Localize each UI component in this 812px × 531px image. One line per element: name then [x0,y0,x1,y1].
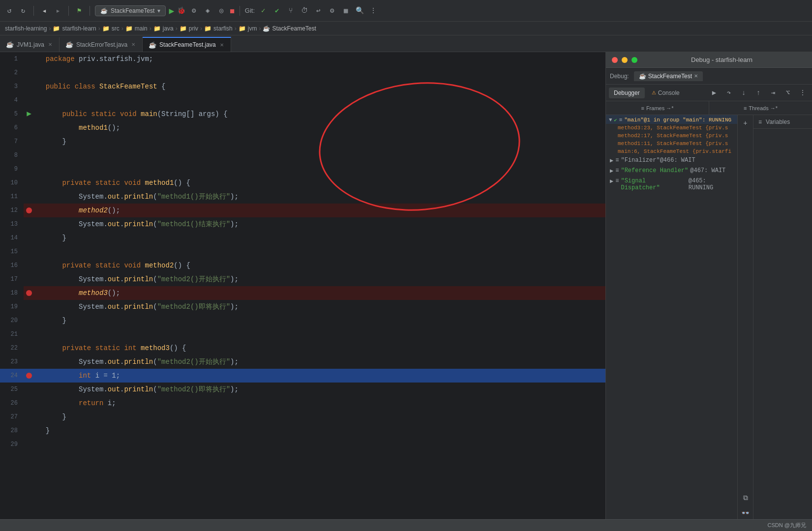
frame-method1[interactable]: method1:11, StackFeameTest {priv.s [606,140,737,148]
threads-icon: ≡ [744,105,747,111]
breadcrumb-folder-2: 📁 [102,25,110,32]
tab-close-stackfeame[interactable]: ✕ [219,42,225,48]
forward-nav-icon[interactable]: ▸ [53,5,63,16]
code-line-10: 10 private static void method1() { [0,176,605,190]
thread-refhandler-expand: ▶ [610,167,613,175]
profile-icon[interactable]: ◈ [202,5,213,16]
code-line-20: 20 } [0,314,605,327]
line-num-29: 29 [0,438,24,451]
frame-method2[interactable]: method2:17, StackFeameTest {priv.s [606,132,737,140]
frame-method3[interactable]: method3:23, StackFeameTest {priv.s [606,124,737,132]
variables-label: Variables [766,118,790,125]
git-undo-icon[interactable]: ↩ [313,5,324,16]
refresh-icon[interactable]: ↺ [4,5,15,16]
debug-main-content: ▼ ✔ ≡ "main"@1 in group "main": RUNNING … [606,115,812,519]
tab-jvm1[interactable]: ☕ JVM1.java ✕ [0,37,60,52]
tab-close-jvm1[interactable]: ✕ [47,41,53,48]
git-check-icon[interactable]: ✔ [271,5,282,16]
code-line-11: 11 System.out.println("method1()开始执行"); [0,190,605,204]
breadcrumb-file: ☕ [263,25,270,32]
settings-icon[interactable]: ⚙ [327,5,337,16]
run-button[interactable]: ▶ [169,5,174,16]
breadcrumb-folder-5: 📁 [180,25,187,32]
coverage-icon[interactable]: ⚙ [188,5,199,16]
run-config-selector[interactable]: ☕ StackFeameTest ▾ [95,5,166,16]
code-content: 1 package priv.starfish.jvm; 2 3 public … [0,52,605,451]
code-line-18: 18 method3(); [0,286,605,300]
code-line-5: 5 ▶ public static void main(String[] arg… [0,107,605,121]
copy-icon[interactable]: ⧉ [739,492,752,504]
toolbar-divider-4 [240,6,240,16]
line-code-11: System.out.println("method1()开始执行"); [34,190,605,204]
debug-tab-console[interactable]: ⚠ Console [647,88,685,98]
line-num-26: 26 [0,396,24,410]
tab-close-stackerror[interactable]: ✕ [130,41,136,48]
toolbar-divider-3 [90,6,90,16]
debug-session-tab[interactable]: ☕ StackFeameTest ✕ [634,71,703,81]
git-label: Git: [245,7,255,14]
thread-sigdispatch-status: @465: RUNNING [689,177,733,191]
line-code-28: } [34,424,605,438]
frames-threads-bar: ≡ Frames →* ≡ Threads →* [606,101,812,115]
code-line-6: 6 method1(); [0,121,605,135]
stop-button[interactable]: ◼ [230,6,235,16]
line-code-17: System.out.println("method2()开始执行"); [34,272,605,286]
bookmark-icon[interactable]: ⚑ [74,5,85,16]
step-out-btn[interactable]: ↑ [752,87,765,99]
evaluate-btn[interactable]: ⌥ [782,87,794,99]
traffic-light-green[interactable] [632,57,637,63]
glasses-icon[interactable]: 👓 [739,506,752,519]
repo-icon[interactable]: ▦ [340,5,351,16]
thread-main-header[interactable]: ▼ ✔ ≡ "main"@1 in group "main": RUNNING [606,115,737,124]
debug-session-close[interactable]: ✕ [694,73,698,79]
line-code-12: method2(); [34,204,605,217]
thread-refhandler[interactable]: ▶ ≡ "Reference Handler" @467: WAIT [606,166,737,176]
code-line-22: 22 private static int method3() { [0,341,605,355]
add-watch-icon[interactable]: + [739,117,752,130]
line-num-23: 23 [0,355,24,369]
thread-finalizer-name: "Finalizer"@466: WAIT [621,157,695,164]
line-num-8: 8 [0,148,24,162]
find-icon[interactable]: 🔍 [354,5,365,16]
tab-stackerror[interactable]: ☕ StackErrorTest.java ✕ [60,37,143,52]
breadcrumb: starfish-learning › 📁 starfish-learn › 📁… [0,22,812,35]
threads-button[interactable]: ≡ Threads →* [709,101,812,115]
frame-main[interactable]: main:6, StackFeameTest {priv.starfi [606,148,737,155]
debug-button[interactable]: 🐞 [177,6,185,15]
thread-sigdispatch[interactable]: ▶ ≡ "Signal Dispatcher" @465: RUNNING [606,176,737,193]
git-history-icon[interactable]: ⏱ [299,5,310,16]
git-update-icon[interactable]: ✓ [258,5,269,16]
thread-finalizer[interactable]: ▶ ≡ "Finalizer"@466: WAIT [606,155,737,166]
run-to-cursor-btn[interactable]: ⇥ [767,87,780,99]
breadcrumb-sep-1: › [49,25,51,32]
more-icon[interactable]: ⋮ [368,5,379,16]
traffic-light-red[interactable] [612,57,618,63]
tab-label-stackfeame: StackFeameTest.java [159,41,216,48]
breadcrumb-java: java [163,25,174,32]
code-line-9: 9 [0,162,605,176]
tab-stackfeame[interactable]: ☕ StackFeameTest.java ✕ [143,37,231,52]
resume-btn[interactable]: ▶ [708,87,721,99]
line-num-17: 17 [0,272,24,286]
line-num-24: 24 [0,369,24,383]
forward-icon[interactable]: ↻ [18,5,29,16]
traffic-light-yellow[interactable] [622,57,628,63]
breadcrumb-starfish: starfish [213,25,233,32]
back-nav-icon[interactable]: ◂ [39,5,50,16]
step-into-btn[interactable]: ↓ [737,87,750,99]
code-line-25: 25 System.out.println("method2()即将执行"); [0,383,605,396]
line-num-11: 11 [0,190,24,204]
debug-tab-debugger[interactable]: Debugger [609,88,645,98]
step-over-btn[interactable]: ↷ [722,87,735,99]
thread-refhandler-name: "Reference Handler" [621,167,688,174]
line-num-10: 10 [0,176,24,190]
debug-title-bar: Debug - starfish-learn [606,52,812,68]
more-debug-btn[interactable]: ⋮ [796,87,809,99]
frames-button[interactable]: ≡ Frames →* [606,101,709,115]
line-code-1: package priv.starfish.jvm; [34,52,605,66]
thread-expand-main: ▼ [609,117,612,123]
git-branch-icon[interactable]: ⑂ [285,5,296,16]
thread-check-icon: ✔ [614,117,617,123]
code-editor[interactable]: 1 package priv.starfish.jvm; 2 3 public … [0,52,605,519]
search-icon[interactable]: ◎ [216,5,227,16]
